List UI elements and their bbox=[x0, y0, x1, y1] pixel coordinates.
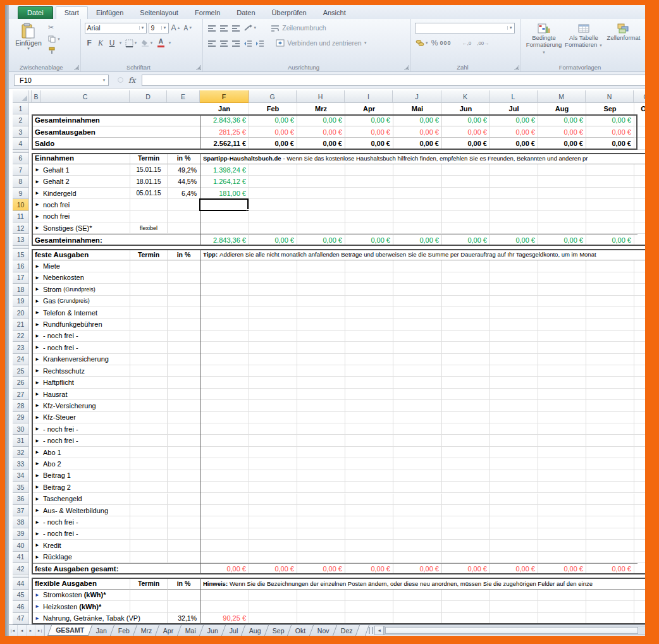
cell-value[interactable] bbox=[393, 458, 441, 470]
cell-value[interactable] bbox=[200, 272, 249, 284]
cell-value[interactable] bbox=[200, 331, 249, 342]
format-painter-icon[interactable] bbox=[48, 46, 65, 55]
cell-value[interactable] bbox=[345, 400, 393, 411]
cell-value[interactable] bbox=[345, 613, 393, 624]
cell-value[interactable] bbox=[200, 377, 249, 388]
termin-cell[interactable] bbox=[130, 331, 167, 342]
prev-sheet-icon[interactable]: ◄ bbox=[18, 625, 27, 636]
cell-value[interactable] bbox=[297, 613, 345, 624]
ribbon-tab-überprüfen[interactable]: Überprüfen bbox=[264, 7, 315, 19]
cell-value[interactable] bbox=[538, 423, 586, 435]
cell-value[interactable] bbox=[586, 164, 634, 176]
cell-value[interactable] bbox=[490, 307, 538, 319]
row-header-9[interactable]: 9 bbox=[13, 188, 29, 199]
column-header-e[interactable]: E bbox=[167, 90, 200, 103]
cell-value[interactable] bbox=[490, 176, 538, 187]
cell-value[interactable] bbox=[586, 458, 634, 470]
row-header-22[interactable]: 22 bbox=[13, 331, 29, 342]
cell-value[interactable] bbox=[249, 505, 297, 516]
termin-cell[interactable] bbox=[130, 260, 167, 272]
cell-value[interactable] bbox=[393, 389, 441, 400]
align-bottom-icon[interactable] bbox=[231, 25, 240, 32]
row-header-39[interactable]: 39 bbox=[13, 528, 29, 540]
termin-cell[interactable] bbox=[130, 412, 167, 423]
termin-cell[interactable]: flexibel bbox=[130, 222, 167, 234]
insert-function-icon[interactable]: fx bbox=[128, 76, 135, 85]
termin-cell[interactable] bbox=[130, 601, 167, 612]
decrease-font-icon[interactable]: A▼ bbox=[184, 25, 193, 32]
cell[interactable] bbox=[634, 342, 645, 353]
cell[interactable] bbox=[634, 272, 645, 284]
row-header-7[interactable]: 7 bbox=[13, 164, 29, 176]
align-middle-icon[interactable] bbox=[219, 25, 228, 32]
row-header-37[interactable]: 37 bbox=[13, 505, 29, 516]
cell-value[interactable]: 0,00 € bbox=[249, 563, 297, 574]
cell-value[interactable] bbox=[441, 482, 490, 493]
align-top-icon[interactable] bbox=[207, 25, 216, 32]
percent-cell[interactable] bbox=[167, 494, 200, 505]
cell-value[interactable] bbox=[490, 296, 538, 307]
cell[interactable] bbox=[634, 234, 645, 246]
cell-value[interactable] bbox=[393, 199, 441, 210]
cell-value[interactable] bbox=[345, 516, 393, 528]
percent-cell[interactable] bbox=[167, 516, 200, 528]
cell-value[interactable] bbox=[200, 296, 249, 307]
cell-value[interactable] bbox=[200, 307, 249, 319]
row-header-1[interactable]: 1 bbox=[13, 103, 29, 114]
cell-value[interactable]: 0,00 € bbox=[297, 563, 345, 574]
wrap-text-label[interactable]: Zeilenumbruch bbox=[282, 24, 326, 32]
cell-value[interactable] bbox=[200, 470, 249, 482]
cell-value[interactable] bbox=[249, 552, 297, 563]
merge-center-label[interactable]: Verbinden und zentrieren bbox=[287, 39, 361, 47]
cell-value[interactable] bbox=[297, 494, 345, 505]
cell-value[interactable] bbox=[345, 164, 393, 176]
cell-value[interactable]: 0,00 € bbox=[441, 114, 490, 126]
cell-value[interactable] bbox=[249, 447, 297, 458]
cell-value[interactable] bbox=[490, 354, 538, 365]
cell-value[interactable] bbox=[393, 528, 441, 540]
termin-cell[interactable] bbox=[130, 540, 167, 551]
cell-value[interactable] bbox=[345, 377, 393, 388]
cell-value[interactable] bbox=[538, 552, 586, 563]
align-left-icon[interactable] bbox=[207, 40, 216, 47]
cell[interactable] bbox=[634, 470, 645, 482]
cell-value[interactable] bbox=[393, 272, 441, 284]
cell-value[interactable] bbox=[249, 188, 297, 199]
cell-value[interactable] bbox=[249, 342, 297, 353]
ribbon-tab-einfügen[interactable]: Einfügen bbox=[88, 7, 132, 19]
cell-value[interactable] bbox=[490, 319, 538, 330]
cell-value[interactable] bbox=[393, 447, 441, 458]
underline-dropdown-icon[interactable]: ▼ bbox=[119, 41, 123, 45]
cell-value[interactable]: 0,00 € bbox=[345, 126, 393, 138]
cell-value[interactable] bbox=[490, 505, 538, 516]
cell-value[interactable] bbox=[200, 505, 249, 516]
cell-value[interactable] bbox=[538, 342, 586, 353]
cell-value[interactable] bbox=[441, 199, 490, 210]
column-header-n[interactable]: N bbox=[586, 90, 634, 103]
percent-cell[interactable]: 32,1% bbox=[167, 613, 200, 624]
cell-value[interactable]: 0,00 € bbox=[490, 138, 538, 149]
cell-value[interactable] bbox=[538, 494, 586, 505]
cell-value[interactable] bbox=[249, 377, 297, 388]
cell-value[interactable] bbox=[538, 164, 586, 176]
cell-value[interactable] bbox=[393, 331, 441, 342]
cell-value[interactable] bbox=[441, 377, 490, 388]
cell-value[interactable] bbox=[297, 354, 345, 365]
cell-value[interactable] bbox=[345, 354, 393, 365]
align-right-icon[interactable] bbox=[231, 40, 240, 47]
cell-value[interactable] bbox=[538, 354, 586, 365]
cell-value[interactable] bbox=[297, 365, 345, 377]
cell-value[interactable] bbox=[345, 482, 393, 493]
row-header-29[interactable]: 29 bbox=[13, 412, 29, 423]
cell-styles-button[interactable]: Zellenformat bbox=[605, 23, 643, 41]
cell[interactable] bbox=[634, 138, 645, 149]
cell[interactable] bbox=[634, 412, 645, 423]
cell-value[interactable] bbox=[490, 601, 538, 612]
cell-value[interactable] bbox=[249, 412, 297, 423]
cell[interactable] bbox=[634, 164, 645, 176]
cell-value[interactable] bbox=[249, 400, 297, 411]
cell-value[interactable] bbox=[586, 342, 634, 353]
cell-value[interactable] bbox=[297, 307, 345, 319]
align-center-icon[interactable] bbox=[219, 40, 228, 47]
row-header-15[interactable]: 15 bbox=[13, 249, 29, 260]
